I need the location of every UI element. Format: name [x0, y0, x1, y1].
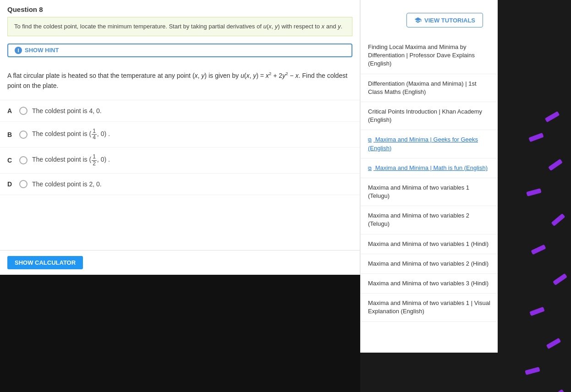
tutorial-label-5: Maxima and Minima | Math is fun (English… — [375, 164, 488, 171]
calculator-bar: SHOW CALCULATOR — [0, 250, 360, 275]
view-tutorials-button[interactable]: VIEW TUTORIALS — [406, 13, 483, 27]
tutorial-label-9: Maxima and Minima of two variables 2 (Hi… — [368, 260, 489, 267]
tutorial-label-1: Finding Local Maxima and Minima by Diffe… — [368, 44, 475, 67]
option-row-b[interactable]: B The coldest point is (14, 0) . — [0, 122, 360, 147]
tutorials-btn-container: VIEW TUTORIALS — [361, 0, 498, 34]
question-number: Question 8 — [0, 0, 360, 17]
tutorial-label-10: Maxima and Minima of two variables 3 (Hi… — [368, 280, 489, 287]
bottom-area — [0, 275, 360, 392]
option-radio-a[interactable] — [19, 107, 27, 115]
tutorial-item-8[interactable]: Maxima and Minima of two variables 1 (Hi… — [361, 234, 498, 254]
option-text-d: The coldest point is 2, 0. — [32, 180, 102, 188]
mortarboard-icon — [414, 16, 422, 24]
option-row-d[interactable]: D The coldest point is 2, 0. — [0, 174, 360, 195]
show-hint-button[interactable]: i SHOW HINT — [7, 44, 352, 57]
tutorial-item-2[interactable]: Differentiation (Maxima and Minima) | 1s… — [361, 74, 498, 102]
tutorial-link-4[interactable]: ⧉ Maxima and Minima | Geeks for Geeks (E… — [368, 136, 478, 151]
right-panel: VIEW TUTORIALS Finding Local Maxima and … — [360, 0, 498, 353]
tutorial-item-11[interactable]: Maxima and Minima of two variables 1 | V… — [361, 294, 498, 321]
hint-box: To find the coldest point, locate the mi… — [7, 17, 352, 36]
option-text-b: The coldest point is (14, 0) . — [32, 128, 110, 141]
tutorial-label-3: Critical Points Introduction | Khan Acad… — [368, 108, 482, 123]
option-radio-d[interactable] — [19, 180, 27, 188]
option-label-b: B — [7, 131, 15, 138]
tutorial-label-4: Maxima and Minima | Geeks for Geeks (Eng… — [368, 136, 478, 151]
hint-icon: i — [15, 47, 22, 54]
option-label-a: A — [7, 107, 15, 114]
option-radio-b[interactable] — [19, 131, 27, 139]
tutorials-list: Finding Local Maxima and Minima by Diffe… — [361, 38, 498, 322]
show-calculator-button[interactable]: SHOW CALCULATOR — [7, 256, 83, 269]
options-container: A The coldest point is 4, 0. B The colde… — [0, 100, 360, 275]
tutorial-item-5[interactable]: ⧉ Maxima and Minima | Math is fun (Engli… — [361, 158, 498, 178]
view-tutorials-label: VIEW TUTORIALS — [424, 17, 475, 24]
tutorial-label-8: Maxima and Minima of two variables 1 (Hi… — [368, 240, 489, 247]
option-row-c[interactable]: C The coldest point is (12, 0) . — [0, 147, 360, 173]
ext-icon-4: ⧉ — [368, 137, 372, 142]
show-calculator-label: SHOW CALCULATOR — [15, 259, 76, 266]
tutorial-item-4[interactable]: ⧉ Maxima and Minima | Geeks for Geeks (E… — [361, 130, 498, 158]
tutorial-label-7: Maxima and Minima of two variables 2 (Te… — [368, 212, 469, 227]
decorative-dashes — [498, 55, 571, 392]
ext-icon-5: ⧉ — [368, 165, 372, 171]
option-text-a: The coldest point is 4, 0. — [32, 107, 102, 114]
hint-text: To find the coldest point, locate the mi… — [14, 23, 342, 30]
tutorial-item-3[interactable]: Critical Points Introduction | Khan Acad… — [361, 102, 498, 130]
tutorial-item-10[interactable]: Maxima and Minima of two variables 3 (Hi… — [361, 274, 498, 294]
show-hint-label: SHOW HINT — [25, 47, 59, 54]
question-text: A flat circular plate is heated so that … — [0, 65, 360, 100]
tutorial-item-7[interactable]: Maxima and Minima of two variables 2 (Te… — [361, 206, 498, 234]
tutorial-label-2: Differentiation (Maxima and Minima) | 1s… — [368, 80, 477, 95]
tutorial-label-11: Maxima and Minima of two variables 1 | V… — [368, 299, 490, 315]
tutorial-item-1[interactable]: Finding Local Maxima and Minima by Diffe… — [361, 38, 498, 74]
tutorial-label-6: Maxima and Minima of two variables 1 (Te… — [368, 184, 469, 199]
tutorial-link-5[interactable]: ⧉ Maxima and Minima | Math is fun (Engli… — [368, 164, 488, 171]
option-label-d: D — [7, 180, 15, 188]
option-radio-c[interactable] — [19, 156, 27, 164]
tutorial-item-6[interactable]: Maxima and Minima of two variables 1 (Te… — [361, 178, 498, 206]
option-text-c: The coldest point is (12, 0) . — [32, 154, 110, 166]
tutorial-item-9[interactable]: Maxima and Minima of two variables 2 (Hi… — [361, 254, 498, 274]
option-label-c: C — [7, 157, 15, 164]
option-row-a[interactable]: A The coldest point is 4, 0. — [0, 100, 360, 122]
